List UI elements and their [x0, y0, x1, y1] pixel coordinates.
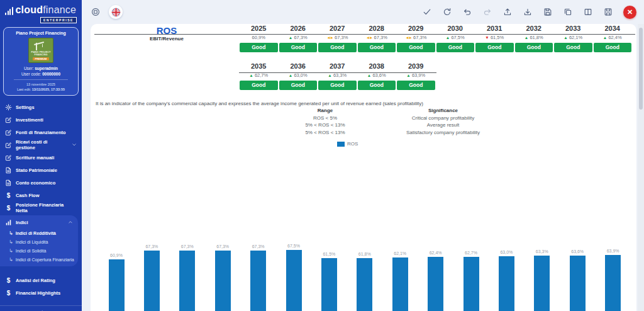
sidebar-item[interactable]: Ricavi costi di gestione — [0, 139, 82, 151]
chart-bar[interactable] — [464, 257, 479, 311]
chart-bar[interactable] — [179, 251, 195, 311]
project-image-text: FINANCING — [34, 54, 47, 57]
sidebar-item[interactable]: Investimenti — [0, 113, 82, 126]
sidebar-collapse-button[interactable] — [0, 305, 82, 311]
undo-icon[interactable] — [462, 8, 472, 17]
chart-bar[interactable] — [357, 258, 372, 311]
save-alt-icon[interactable] — [603, 8, 613, 17]
scrollbar-thumb[interactable] — [639, 28, 643, 110]
user-name: superadmin — [35, 66, 58, 71]
sidebar-item-label: Stato Patrimoniale — [16, 167, 57, 173]
document-icon — [5, 167, 12, 174]
submenu-item-label: Indici di Redditività — [16, 231, 56, 235]
sidebar-item-label: Indici — [16, 220, 28, 225]
last-edit-line: Last edit: 13/11/2025, 17:33:55 — [6, 87, 75, 92]
sidebar: cloudfinance ENTERPRISE Piano Project Fi… — [0, 0, 82, 311]
chart-bar[interactable] — [605, 255, 621, 311]
chart-bar[interactable] — [109, 259, 125, 311]
bar-value-label: 61,8% — [351, 252, 379, 256]
submenu-item[interactable]: ↳Indici di Solidità — [0, 246, 78, 255]
user-code: 00000000 — [42, 72, 60, 76]
chevron-left-icon — [37, 308, 45, 311]
edit-icon — [5, 129, 12, 136]
brand-name-light: finance — [43, 4, 76, 15]
submenu-item[interactable]: ↳Indici di Redditività — [0, 229, 78, 237]
vertical-scrollbar[interactable] — [638, 24, 644, 311]
save-icon[interactable] — [543, 8, 552, 17]
sidebar-item[interactable]: $Financial Highlights — [0, 286, 82, 299]
project-image: PIANO PROJECT FINANCING PREMIUM — [28, 38, 53, 63]
dollar-icon: $ — [5, 290, 12, 297]
chart-bar[interactable] — [428, 257, 443, 311]
redo-icon[interactable] — [482, 8, 492, 17]
sidebar-item[interactable]: Conto economico — [0, 176, 82, 189]
indici-section: Indici ↳Indici di Redditività↳Indici di … — [0, 215, 78, 266]
sidebar-item[interactable]: $Posizione Finanziaria Netta — [0, 201, 82, 214]
indici-submenu: ↳Indici di Redditività↳Indici di Liquidi… — [0, 229, 78, 264]
language-button[interactable] — [109, 5, 123, 19]
crane-icon — [34, 42, 48, 50]
enterprise-badge: ENTERPRISE — [40, 17, 77, 23]
sidebar-menu-bottom: $Analisi del Rating$Financial Highlights — [0, 274, 82, 299]
signal-bars-icon — [5, 7, 13, 15]
chart-bar[interactable] — [144, 251, 160, 311]
copy-icon[interactable] — [563, 8, 572, 17]
sidebar-item[interactable]: Fonti di finanziamento — [0, 126, 82, 139]
submenu-item[interactable]: ↳Indici di Liquidità — [0, 237, 78, 246]
close-icon[interactable]: ✕ — [623, 6, 636, 19]
card-divider — [14, 79, 68, 80]
sidebar-item-label: Conto economico — [16, 180, 55, 186]
bar-value-label: 67,3% — [138, 244, 165, 249]
submenu-item-label: Indici di Liquidità — [16, 240, 48, 244]
view-grid-icon[interactable] — [91, 8, 100, 17]
bar-value-label: 67,3% — [174, 244, 201, 249]
bar-value-label: 67,5% — [280, 244, 308, 248]
chart-bar[interactable] — [321, 258, 337, 311]
columns-icon[interactable] — [583, 8, 592, 17]
chart-bar[interactable] — [570, 256, 586, 311]
download-icon[interactable] — [523, 8, 532, 17]
chart-bar[interactable] — [534, 256, 550, 311]
chart-bar[interactable] — [250, 251, 266, 311]
document-icon — [5, 179, 12, 186]
submenu-item-label: Indici di Copertura Finanziaria — [16, 257, 74, 262]
ros-bar-chart: 60,9%67,3%67,3%67,3%67,3%67,5%61,5%61,8%… — [91, 24, 636, 311]
bar-value-label: 62,7% — [457, 251, 485, 255]
bar-value-label: 62,1% — [386, 251, 414, 256]
sidebar-item[interactable]: Scritture manuali — [0, 151, 82, 164]
upload-icon[interactable] — [502, 8, 512, 17]
bar-value-label: 63,3% — [528, 249, 556, 254]
chart-bar[interactable] — [392, 257, 408, 311]
main-panel: ROS EBIT/Revenue 20252026202720282029203… — [91, 24, 636, 311]
chart-bar[interactable] — [499, 256, 514, 311]
sidebar-item-label: Ricavi costi di gestione — [16, 139, 68, 150]
check-icon[interactable] — [422, 8, 431, 17]
submenu-item[interactable]: ↳Indici di Copertura Finanziaria — [0, 255, 78, 264]
sidebar-item-label: Analisi del Rating — [16, 278, 55, 283]
sidebar-item[interactable]: Settings — [0, 101, 82, 113]
refresh-icon[interactable] — [442, 8, 452, 17]
sidebar-item-indici[interactable]: Indici — [0, 216, 78, 229]
project-title: Piano Project Financing — [6, 31, 75, 35]
app-logo[interactable]: cloudfinance — [0, 0, 82, 16]
edit-icon — [5, 142, 12, 149]
toolbar-actions: ✕ — [422, 6, 636, 19]
chevron-up-icon — [68, 220, 73, 225]
chart-bar[interactable] — [215, 251, 231, 311]
submenu-item-label: Indici di Solidità — [16, 249, 47, 253]
sidebar-item[interactable]: $Cash Flow — [0, 189, 82, 201]
project-card[interactable]: Piano Project Financing PIANO PROJECT FI… — [3, 27, 79, 96]
bar-value-label: 63,6% — [564, 249, 591, 254]
bar-value-label: 63,9% — [599, 249, 627, 253]
last-edit-value: 13/11/2025, 17:33:55 — [32, 88, 65, 91]
sidebar-item-label: Posizione Finanziaria Netta — [16, 202, 77, 213]
sub-arrow-icon: ↳ — [9, 230, 13, 236]
sidebar-item[interactable]: $Analisi del Rating — [0, 274, 82, 286]
sidebar-item-label: Settings — [16, 105, 35, 110]
sidebar-item-label: Cash Flow — [16, 193, 40, 198]
sidebar-item[interactable]: Stato Patrimoniale — [0, 164, 82, 176]
sub-arrow-icon: ↳ — [9, 248, 13, 254]
sub-arrow-icon: ↳ — [9, 239, 13, 245]
chart-icon — [5, 219, 12, 226]
chart-bar[interactable] — [286, 250, 302, 311]
